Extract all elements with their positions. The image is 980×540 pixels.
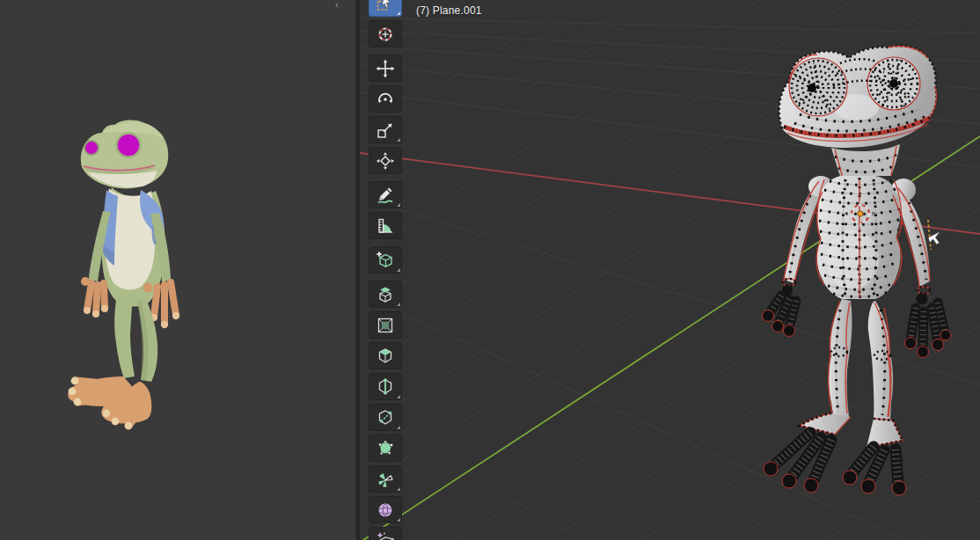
- tool-rotate[interactable]: [369, 85, 402, 113]
- viewport-right[interactable]: (7) Plane.001: [360, 0, 980, 540]
- selection-info: (7) Plane.001: [416, 4, 482, 17]
- bevel-icon: [376, 347, 395, 366]
- knife-icon: [376, 408, 395, 427]
- measure-icon: [376, 216, 395, 236]
- tool-annotate[interactable]: [369, 181, 402, 208]
- extrude-icon: [376, 285, 395, 304]
- tool-measure[interactable]: [369, 212, 402, 239]
- blender-window: ‹: [0, 0, 980, 540]
- tool-loop-cut[interactable]: [369, 373, 402, 400]
- tool-bevel[interactable]: [369, 342, 402, 369]
- tool-move[interactable]: [369, 55, 402, 82]
- active-edge-orange: [928, 220, 931, 250]
- viewport-left[interactable]: ‹: [0, 0, 355, 540]
- tool-transform[interactable]: [369, 147, 402, 174]
- rotate-icon: [376, 90, 395, 109]
- frog-eye-left: [84, 141, 99, 155]
- cursor-3d-icon: [376, 25, 395, 44]
- mesh-foot-right: [843, 447, 906, 495]
- poly-build-icon: [376, 439, 395, 458]
- scale-icon: [376, 120, 395, 140]
- tool-select-box[interactable]: [369, 0, 402, 17]
- tool-randomize[interactable]: [369, 527, 402, 540]
- tool-smooth[interactable]: [369, 496, 402, 523]
- spin-icon: [376, 470, 395, 489]
- tool-knife[interactable]: [369, 404, 402, 431]
- tool-spin[interactable]: [369, 465, 402, 493]
- mouse-cursor: [928, 231, 940, 244]
- inset-icon: [376, 316, 395, 335]
- toolbar: [369, 0, 402, 540]
- frog-eye-right: [117, 134, 141, 157]
- add-cube-icon: [376, 251, 395, 270]
- shaded-frog-model[interactable]: [0, 0, 355, 540]
- transform-icon: [376, 151, 395, 171]
- loop-cut-icon: [376, 377, 395, 397]
- tool-poly-build[interactable]: [369, 434, 402, 462]
- mesh-foot-left: [764, 433, 831, 493]
- edit-mode-scene[interactable]: [360, 0, 980, 540]
- mesh-hand-left: [763, 285, 797, 337]
- tool-extrude-region[interactable]: [369, 281, 402, 308]
- randomize-icon: [376, 531, 395, 540]
- move-icon: [376, 59, 395, 78]
- edit-mesh-frog[interactable]: [763, 46, 952, 495]
- smooth-icon: [376, 500, 395, 520]
- annotate-icon: [376, 186, 395, 205]
- tool-scale[interactable]: [369, 116, 402, 143]
- tool-inset-faces[interactable]: [369, 311, 402, 339]
- tool-add-cube[interactable]: [369, 246, 402, 274]
- collapse-panel-icon[interactable]: ‹: [335, 0, 339, 9]
- select-box-icon: [376, 0, 395, 13]
- tool-cursor[interactable]: [369, 20, 402, 47]
